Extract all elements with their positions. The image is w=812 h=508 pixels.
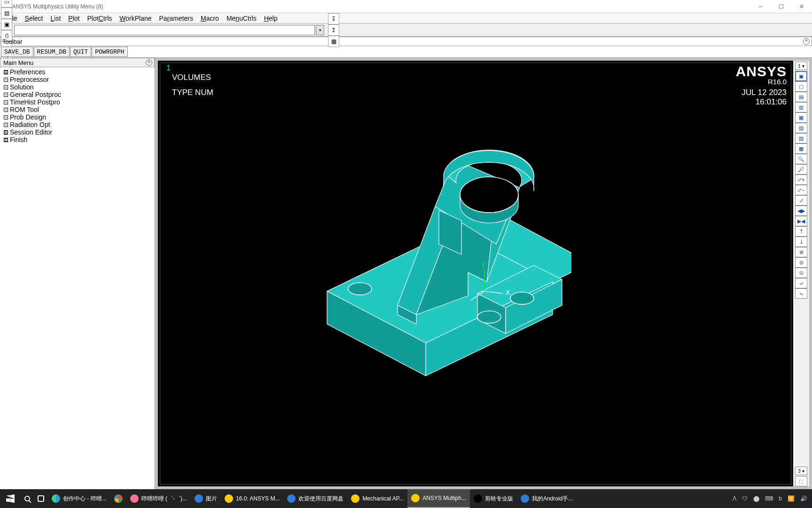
view-icon-12[interactable]: ⤢ (795, 195, 807, 206)
toolbar-collapse-icon[interactable]: ^ (803, 38, 810, 45)
main-menu-collapse-icon[interactable]: ^ (146, 59, 152, 66)
view-icon-4[interactable]: ▦ (795, 112, 807, 123)
close-button[interactable]: ✕ (791, 0, 812, 13)
window-selector-bottom[interactable]: 3 ▾ (795, 467, 807, 475)
tree-prob-design[interactable]: +Prob Design (0, 113, 155, 121)
menu-select[interactable]: Select (21, 15, 47, 22)
tree-rom-tool[interactable]: +ROM Tool (0, 106, 155, 113)
view-icon-11[interactable]: ⤢− (795, 185, 807, 195)
save-db-button[interactable]: SAVE_DB (1, 47, 33, 57)
menu-workplane[interactable]: WorkPlane (116, 15, 155, 22)
expand-icon: + (4, 123, 8, 127)
start-button[interactable] (0, 489, 21, 508)
toolbar-icon-1[interactable]: ▭ (1, 0, 12, 8)
toolbar-section-header: Toolbar ^ (0, 37, 812, 46)
pick-icon[interactable]: ⬚ (795, 476, 807, 486)
tree-item-label: Solution (10, 83, 34, 91)
menu-plotctrls[interactable]: PlotCtrls (83, 15, 116, 22)
task-capcut[interactable]: 剪映专业版 (470, 489, 517, 508)
task-img[interactable]: 图片 (191, 489, 221, 508)
tray-icon-6[interactable]: 🔊 (800, 495, 807, 502)
resum-db-button[interactable]: RESUM_DB (34, 47, 70, 57)
task-chrome[interactable] (110, 489, 126, 508)
task-bili[interactable]: 哔哩哔哩 (゜-゜)... (126, 489, 191, 508)
view-icon-3[interactable]: ▥ (795, 102, 807, 112)
tree-preprocessor[interactable]: +Preprocessor (0, 76, 155, 83)
tray-icon-2[interactable]: ⬤ (753, 495, 759, 502)
view-icon-13[interactable]: ◀▶ (795, 206, 807, 216)
menu-list[interactable]: List (47, 15, 65, 22)
tree-session-editor[interactable]: Session Editor (0, 128, 155, 136)
view-icon-14[interactable]: ▶◀ (795, 216, 807, 226)
tree-preferences[interactable]: Preferences (0, 68, 155, 76)
command-history-dropdown[interactable]: ▾ (316, 25, 324, 35)
view-icon-1[interactable]: ▢ (795, 81, 807, 92)
tree-item-label: General Postproc (10, 91, 61, 98)
graphics-window[interactable]: 1 VOLUMES TYPE NUM ANSYS R16.0 JUL 12 20… (158, 61, 793, 486)
view-icon-6[interactable]: ▨ (795, 133, 807, 143)
toolbar-icon-3[interactable]: ▣ (1, 19, 12, 30)
view-toolbar: 1 ▾ ▣▢▤▥▦▧▨▩🔍🔎⤢+⤢−⤢◀▶▶◀⤒⤓⊗⊘⊙⤾⤿ 3 ▾ ⬚ (793, 61, 809, 486)
bili-icon (130, 494, 139, 503)
tray-icon-5[interactable]: 🛜 (788, 495, 795, 502)
maximize-button[interactable]: ☐ (771, 0, 791, 13)
plot-date: JUL 12 2023 (742, 88, 787, 97)
tree-finish[interactable]: Finish (0, 136, 155, 143)
menu-bar: FileSelectListPlotPlotCtrlsWorkPlanePara… (0, 13, 812, 24)
tray-icon-3[interactable]: ⌨ (765, 495, 773, 502)
system-tray[interactable]: Ʌ🛡⬤⌨b🛜🔊 (733, 495, 812, 502)
window-title: ANSYS Multiphysics Utility Menu (8) (12, 3, 103, 10)
task-baidu[interactable]: 欢迎使用百度网盘 (283, 489, 347, 508)
view-icon-15[interactable]: ⤒ (795, 226, 807, 237)
view-icon-7[interactable]: ▩ (795, 143, 807, 154)
task-ansys[interactable]: ANSYS Multiph... (407, 489, 470, 508)
tree-item-label: Preferences (10, 68, 45, 76)
img-icon (195, 494, 203, 503)
view-icon-20[interactable]: ⤾ (795, 278, 807, 288)
task-label: 我的Android手... (532, 495, 573, 503)
powrgrph-button[interactable]: POWRGRPH (92, 47, 127, 57)
view-icon-19[interactable]: ⊙ (795, 268, 807, 278)
menu-help[interactable]: Help (260, 15, 281, 22)
tray-icon-0[interactable]: Ʌ (733, 495, 736, 502)
menu-menuctrls[interactable]: MenuCtrls (223, 15, 260, 22)
toolbar-icon-2[interactable]: ▤ (1, 8, 12, 19)
task-phone[interactable]: 我的Android手... (517, 489, 577, 508)
tree-solution[interactable]: +Solution (0, 83, 155, 91)
toolbar-right-icon-0[interactable]: ↧ (328, 13, 339, 24)
tray-icon-4[interactable]: b (779, 495, 782, 502)
task-edge[interactable]: 创作中心 - 哔哩... (48, 489, 110, 508)
toolbar-right-icon-1[interactable]: ↥ (328, 24, 339, 36)
view-icon-8[interactable]: 🔍 (795, 154, 807, 164)
window-selector-top[interactable]: 1 ▾ (795, 62, 807, 70)
tree-general-postproc[interactable]: +General Postproc (0, 91, 155, 98)
task-ansys[interactable]: Mechanical AP... (347, 489, 407, 508)
leaf-icon (4, 130, 8, 135)
view-icon-17[interactable]: ⊗ (795, 247, 807, 257)
view-icon-5[interactable]: ▧ (795, 123, 807, 133)
expand-icon: + (4, 115, 8, 119)
tree-radiation-opt[interactable]: +Radiation Opt (0, 121, 155, 128)
toolbar-right-icon-2[interactable]: ▦ (328, 36, 339, 47)
taskbar-search[interactable] (21, 489, 34, 508)
view-icon-18[interactable]: ⊘ (795, 257, 807, 268)
menu-parameters[interactable]: Parameters (156, 15, 197, 22)
menu-macro[interactable]: Macro (197, 15, 223, 22)
quit-button[interactable]: QUIT (70, 47, 91, 57)
view-icon-16[interactable]: ⤓ (795, 237, 807, 247)
tree-item-label: Radiation Opt (10, 121, 50, 128)
plot-time: 16:01:06 (756, 97, 787, 107)
view-icon-9[interactable]: 🔎 (795, 164, 807, 175)
tree-timehist-postpro[interactable]: +TimeHist Postpro (0, 98, 155, 106)
tree-item-label: Finish (10, 136, 27, 143)
task-view-button[interactable] (34, 489, 48, 508)
command-input[interactable] (14, 25, 315, 35)
minimize-button[interactable]: ─ (750, 0, 771, 13)
view-icon-2[interactable]: ▤ (795, 92, 807, 102)
menu-plot[interactable]: Plot (64, 15, 83, 22)
view-icon-21[interactable]: ⤿ (795, 288, 807, 299)
view-icon-10[interactable]: ⤢+ (795, 175, 807, 185)
task-ansys[interactable]: 16.0: ANSYS M... (221, 489, 283, 508)
tray-icon-1[interactable]: 🛡 (742, 495, 748, 502)
view-icon-0[interactable]: ▣ (795, 71, 807, 81)
